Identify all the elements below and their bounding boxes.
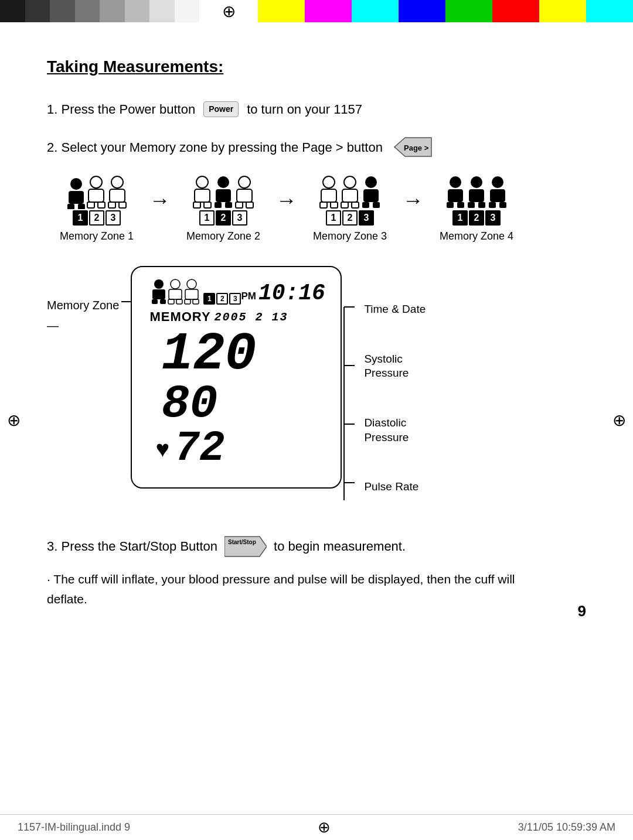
svg-point-14 [196,176,208,188]
lcd-section: Memory Zone — [47,266,586,512]
num-3: 3 [359,210,374,226]
gray-swatch-8 [175,0,200,22]
svg-rect-59 [185,289,198,299]
gray-swatch-2 [25,0,50,22]
svg-rect-52 [152,299,158,304]
color-swatch-magenta [305,0,352,22]
svg-rect-9 [98,202,105,208]
lcd-num-3: 3 [229,293,241,305]
footer-crosshair: ⊕ [318,818,331,836]
svg-rect-48 [489,202,496,208]
color-swatch-cyan [352,0,399,22]
svg-rect-47 [490,189,505,202]
svg-rect-40 [447,202,454,208]
svg-rect-49 [499,202,506,208]
left-bracket [121,266,131,302]
svg-point-22 [239,176,250,188]
svg-rect-8 [87,202,94,208]
zone3-numbers: 1 2 3 [326,210,374,226]
top-crosshair: ⊕ [199,0,258,22]
svg-rect-56 [168,299,174,304]
svg-rect-13 [119,202,126,208]
svg-rect-55 [169,289,182,299]
svg-point-26 [323,176,335,188]
svg-rect-3 [69,191,84,204]
footer-right: 3/11/05 10:59:39 AM [518,821,615,834]
footer: 1157-IM-bilingual.indd 9 ⊕ 3/11/05 10:59… [0,814,633,840]
svg-rect-33 [352,202,359,208]
zone-label-4: Memory Zone 4 [440,230,513,243]
color-swatches [258,0,633,22]
right-bracket-section: Time & Date SystolicPressure DiastolicPr… [342,266,426,512]
svg-rect-15 [195,189,210,202]
person-icon-1c [105,175,130,209]
lcd-time-display: PM 10:16 [241,281,325,306]
num-3: 3 [485,210,501,226]
gray-swatch-4 [75,0,100,22]
color-swatch-green [445,0,492,22]
svg-point-54 [171,279,180,289]
lcd-num-2: 2 [216,293,228,305]
memory-zone-2: 1 2 3 Memory Zone 2 [173,175,273,243]
svg-rect-39 [448,189,463,202]
lcd-persons-small: 1 2 3 [149,279,241,305]
step1-text-after: to turn on your 1157 [247,100,362,119]
svg-rect-27 [321,189,336,202]
lcd-memory-row: MEMORY 2005 2 13 [149,309,323,325]
systolic-label: SystolicPressure [364,352,426,381]
person-icon-3c [359,175,383,209]
num-1: 1 [326,210,341,226]
person-icon-4c [485,175,510,209]
svg-rect-20 [215,202,222,208]
svg-rect-28 [320,202,327,208]
svg-rect-12 [108,202,115,208]
svg-rect-23 [237,189,252,202]
svg-rect-53 [160,299,166,304]
lcd-display: 1 2 3 PM 10:16 MEMORY 2005 2 13 120 80 [131,266,342,489]
svg-rect-17 [204,202,211,208]
svg-rect-44 [468,202,475,208]
lcd-date-value: 2005 2 13 [215,310,288,324]
step-2: 2. Select your Memory zone by pressing t… [47,136,586,158]
svg-rect-25 [246,202,253,208]
svg-rect-21 [225,202,232,208]
svg-rect-57 [176,299,182,304]
persons-group-1 [64,175,130,209]
step2-text-before: 2. Select your Memory zone by pressing t… [47,138,383,157]
svg-point-38 [450,176,461,188]
svg-rect-7 [89,189,104,202]
svg-point-34 [365,176,377,188]
svg-point-30 [344,176,356,188]
num-1: 1 [73,210,88,226]
gray-swatch-7 [149,0,175,22]
color-swatch-yellow2 [539,0,586,22]
memory-zone-4: 1 2 3 Memory Zone 4 [427,175,526,243]
heart-icon: ♥ [155,436,169,462]
color-swatch-blue [399,0,445,22]
svg-text:Page >: Page > [404,144,429,152]
num-1: 1 [199,210,215,226]
svg-rect-19 [216,189,231,202]
lcd-systolic-value: 120 [149,328,323,381]
lcd-top-row: 1 2 3 PM 10:16 [149,279,323,307]
time-date-label: Time & Date [364,302,426,317]
num-2: 2 [469,210,484,226]
zone4-numbers: 1 2 3 [452,210,501,226]
color-swatch-red [492,0,539,22]
power-button[interactable]: Power [203,101,239,117]
num-2: 2 [89,210,104,226]
svg-point-2 [70,178,82,190]
svg-rect-29 [331,202,338,208]
svg-rect-11 [110,189,125,202]
persons-group-4 [443,175,510,209]
right-bracket-svg [342,289,359,512]
top-color-bar: ⊕ [0,0,633,22]
pulse-rate-label: Pulse Rate [364,480,426,494]
arrow-2: → [276,188,297,230]
svg-point-6 [90,176,102,188]
svg-rect-36 [362,202,369,208]
zone-label-2: Memory Zone 2 [186,230,260,243]
svg-rect-41 [457,202,464,208]
lcd-num-1: 1 [203,293,215,305]
zone-label-3: Memory Zone 3 [313,230,387,243]
